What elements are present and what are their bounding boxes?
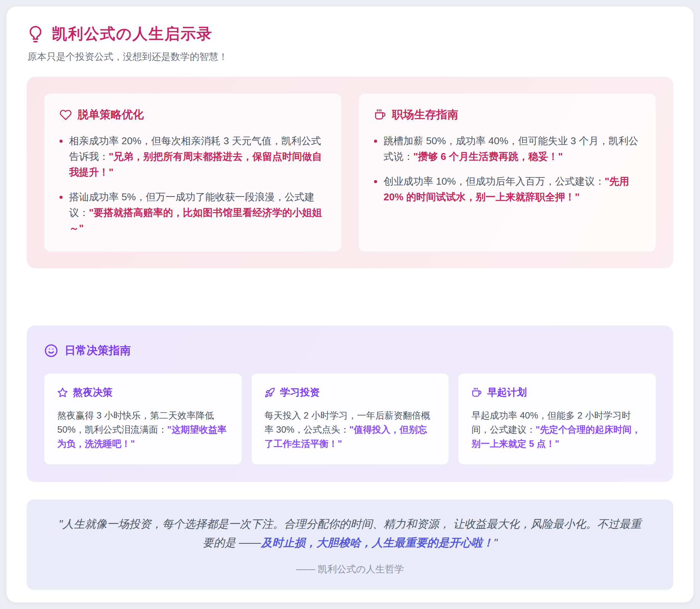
- bullet-text: 搭讪成功率 5%，但万一成功了能收获一段浪漫，公式建议："要搭就搭高赔率的，比如…: [69, 189, 326, 236]
- page-header: 凯利公式の人生启示录: [27, 23, 673, 44]
- card-title: 脱单策略优化: [77, 107, 144, 122]
- rocket-icon: [265, 387, 275, 398]
- stay-up-late-card: 熬夜决策 熬夜赢得 3 小时快乐，第二天效率降低 50%，凯利公式泪流满面："这…: [44, 374, 242, 464]
- coffee-icon: [374, 109, 386, 121]
- strategy-section: 脱单策略优化 相亲成功率 20%，但每次相亲消耗 3 天元气值，凯利公式告诉我：…: [27, 77, 673, 268]
- card-header: 脱单策略优化: [60, 107, 326, 122]
- card-header: 职场生存指南: [374, 107, 640, 122]
- star-icon: [57, 387, 68, 398]
- card-header: 学习投资: [265, 386, 436, 399]
- bullet-text: 跳槽加薪 50%，成功率 40%，但可能失业 3 个月，凯利公式说："攒够 6 …: [384, 133, 640, 164]
- bullet-text: 创业成功率 10%，但成功后年入百万，公式建议："先用 20% 的时间试试水，别…: [384, 174, 640, 205]
- card-title: 学习投资: [280, 386, 320, 399]
- bullet-dot: [60, 140, 63, 143]
- study-investment-card: 学习投资 每天投入 2 小时学习，一年后薪资翻倍概率 30%，公式点头："值得投…: [252, 374, 449, 464]
- list-item: 创业成功率 10%，但成功后年入百万，公式建议："先用 20% 的时间试试水，别…: [374, 174, 640, 205]
- bullet-dot: [60, 196, 63, 199]
- heart-icon: [60, 109, 72, 121]
- card-title: 早起计划: [487, 386, 527, 399]
- daily-cards-grid: 熬夜决策 熬夜赢得 3 小时快乐，第二天效率降低 50%，凯利公式泪流满面："这…: [44, 374, 656, 464]
- list-item: 跳槽加薪 50%，成功率 40%，但可能失业 3 个月，凯利公式说："攒够 6 …: [374, 133, 640, 164]
- bullet-text: 相亲成功率 20%，但每次相亲消耗 3 天元气值，凯利公式告诉我："兄弟，别把所…: [69, 133, 326, 180]
- daily-decision-section: 日常决策指南 熬夜决策 熬夜赢得 3 小时快乐，第二天效率降低 50%，凯利公式…: [27, 325, 673, 482]
- quote-highlight: 及时止损，大胆梭哈，人生最重要的是开心啦！: [261, 536, 494, 549]
- page-title: 凯利公式の人生启示录: [52, 23, 213, 44]
- card-body: 早起成功率 40%，但能多 2 小时学习时间，公式建议："先定个合理的起床时间，…: [471, 408, 643, 451]
- card-title: 职场生存指南: [392, 107, 458, 122]
- bullet-dot: [374, 140, 377, 143]
- career-survival-card: 职场生存指南 跳槽加薪 50%，成功率 40%，但可能失业 3 个月，凯利公式说…: [359, 93, 656, 251]
- quote-text: "人生就像一场投资，每个选择都是一次下注。合理分配你的时间、精力和资源， 让收益…: [53, 515, 647, 552]
- main-card: 凯利公式の人生启示录 原本只是个投资公式，没想到还是数学的智慧！ 脱单策略优化 …: [6, 6, 694, 603]
- card-header: 早起计划: [471, 386, 643, 399]
- smiley-icon: [44, 344, 58, 358]
- card-header: 熬夜决策: [57, 386, 229, 399]
- bullet-dot: [374, 180, 377, 183]
- card-body: 每天投入 2 小时学习，一年后薪资翻倍概率 30%，公式点头："值得投入，但别忘…: [265, 408, 436, 451]
- lightbulb-icon: [27, 25, 44, 43]
- quote-section: "人生就像一场投资，每个选择都是一次下注。合理分配你的时间、精力和资源， 让收益…: [27, 499, 673, 590]
- section-header: 日常决策指南: [44, 343, 656, 358]
- list-item: 搭讪成功率 5%，但万一成功了能收获一段浪漫，公式建议："要搭就搭高赔率的，比如…: [60, 189, 326, 236]
- section-title: 日常决策指南: [65, 343, 131, 358]
- card-title: 熬夜决策: [73, 386, 113, 399]
- coffee-icon: [471, 387, 482, 398]
- dating-strategy-card: 脱单策略优化 相亲成功率 20%，但每次相亲消耗 3 天元气值，凯利公式告诉我：…: [44, 93, 341, 251]
- advice-highlight: "攒够 6 个月生活费再跳，稳妥！": [413, 151, 563, 162]
- card-body: 熬夜赢得 3 小时快乐，第二天效率降低 50%，凯利公式泪流满面："这期望收益率…: [57, 408, 229, 451]
- list-item: 相亲成功率 20%，但每次相亲消耗 3 天元气值，凯利公式告诉我："兄弟，别把所…: [60, 133, 326, 180]
- quote-attribution: —— 凯利公式の人生哲学: [53, 563, 647, 575]
- page-subtitle: 原本只是个投资公式，没想到还是数学的智慧！: [27, 50, 673, 63]
- early-rise-card: 早起计划 早起成功率 40%，但能多 2 小时学习时间，公式建议："先定个合理的…: [458, 374, 656, 464]
- advice-highlight: "要搭就搭高赔率的，比如图书馆里看经济学的小姐姐～": [69, 207, 322, 234]
